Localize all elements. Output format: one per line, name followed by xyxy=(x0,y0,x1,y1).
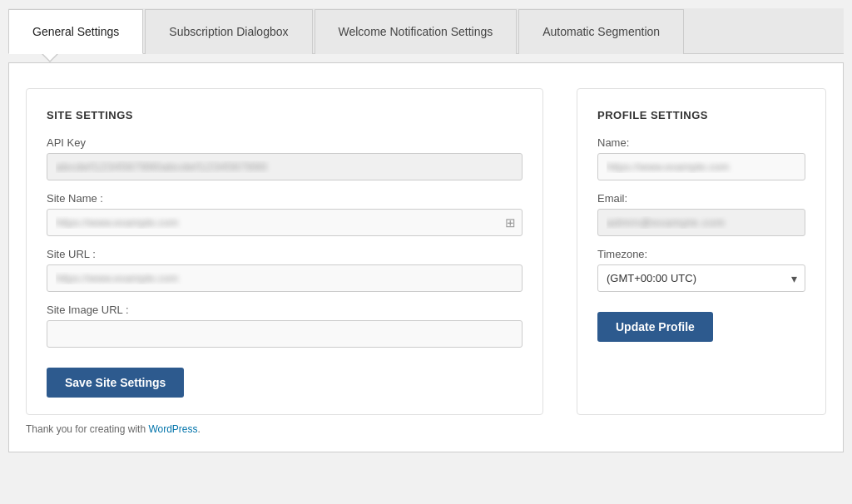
api-key-input[interactable] xyxy=(47,153,523,180)
site-settings-panel: SITE SETTINGS API Key Site Name : ⊞ S xyxy=(26,88,543,415)
timezone-select-wrapper: (GMT+00:00 UTC) (GMT-05:00 EST) (GMT+05:… xyxy=(597,264,805,292)
tab-general-settings[interactable]: General Settings xyxy=(8,9,143,54)
email-label: Email: xyxy=(597,192,805,205)
grid-icon: ⊞ xyxy=(505,215,516,230)
site-image-url-group: Site Image URL : xyxy=(47,304,523,348)
name-label: Name: xyxy=(597,136,805,149)
site-url-label: Site URL : xyxy=(47,248,523,260)
email-input[interactable] xyxy=(597,209,805,236)
content-area: SITE SETTINGS API Key Site Name : ⊞ S xyxy=(8,62,844,452)
timezone-label: Timezone: xyxy=(597,248,805,260)
footer: Thank you for creating with WordPress. xyxy=(26,423,826,435)
api-key-group: API Key xyxy=(47,136,523,180)
name-input[interactable] xyxy=(597,153,805,180)
update-profile-button[interactable]: Update Profile xyxy=(597,312,713,342)
save-site-settings-button[interactable]: Save Site Settings xyxy=(47,368,184,398)
site-name-input[interactable] xyxy=(47,209,523,236)
site-name-label: Site Name : xyxy=(47,192,523,205)
timezone-select[interactable]: (GMT+00:00 UTC) (GMT-05:00 EST) (GMT+05:… xyxy=(597,264,805,292)
site-image-url-label: Site Image URL : xyxy=(47,304,523,316)
timezone-group: Timezone: (GMT+00:00 UTC) (GMT-05:00 EST… xyxy=(597,248,805,292)
footer-text: Thank you for creating with xyxy=(26,423,148,435)
site-url-group: Site URL : xyxy=(47,248,523,292)
tab-automatic-segmention[interactable]: Automatic Segmention xyxy=(518,9,684,54)
tab-indicator xyxy=(42,54,58,62)
site-url-input[interactable] xyxy=(47,264,523,292)
email-group: Email: xyxy=(597,192,805,236)
tab-bar: General Settings Subscription Dialogbox … xyxy=(8,8,844,54)
tab-subscription-dialogbox[interactable]: Subscription Dialogbox xyxy=(145,9,312,54)
profile-settings-panel: PROFILE SETTINGS Name: Email: Timezone: xyxy=(577,88,826,415)
site-image-url-input[interactable] xyxy=(47,320,523,348)
site-name-wrapper: ⊞ xyxy=(47,209,523,236)
site-name-group: Site Name : ⊞ xyxy=(47,192,523,236)
profile-settings-title: PROFILE SETTINGS xyxy=(597,109,805,121)
name-group: Name: xyxy=(597,136,805,180)
tab-welcome-notification[interactable]: Welcome Notification Settings xyxy=(315,9,518,54)
footer-wordpress-link[interactable]: WordPress xyxy=(148,423,197,435)
site-settings-title: SITE SETTINGS xyxy=(47,109,523,121)
api-key-label: API Key xyxy=(47,136,523,149)
settings-columns: SITE SETTINGS API Key Site Name : ⊞ S xyxy=(26,88,826,415)
